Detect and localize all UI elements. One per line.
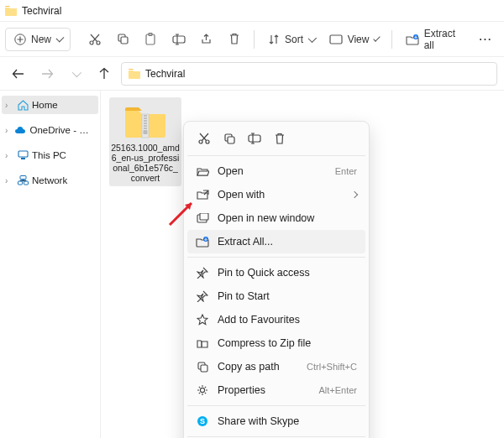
trash-icon[interactable] bbox=[271, 130, 288, 147]
svg-rect-20 bbox=[228, 137, 234, 143]
chevron-right-icon bbox=[351, 191, 358, 198]
chevron-right-icon: › bbox=[5, 176, 13, 185]
menu-item-label: Add to Favourites bbox=[218, 314, 357, 326]
pin-icon bbox=[196, 266, 209, 279]
svg-rect-8 bbox=[330, 35, 342, 44]
share-button[interactable] bbox=[193, 28, 219, 51]
window-title: Techviral bbox=[22, 5, 61, 17]
address-field[interactable]: Techviral bbox=[121, 62, 497, 86]
svg-rect-7 bbox=[173, 36, 185, 43]
menu-item-compress-zip[interactable]: Compress to Zip file bbox=[187, 331, 365, 355]
menu-item-share-skype[interactable]: S Share with Skype bbox=[187, 409, 365, 433]
address-bar: Techviral bbox=[0, 57, 504, 91]
sort-icon bbox=[268, 33, 280, 46]
copy-button[interactable] bbox=[110, 28, 136, 51]
trash-icon bbox=[228, 33, 240, 46]
view-button-label: View bbox=[348, 34, 370, 45]
menu-item-pin-start[interactable]: Pin to Start bbox=[187, 284, 365, 308]
new-button-label: New bbox=[31, 34, 51, 45]
properties-icon bbox=[196, 383, 209, 397]
svg-rect-14 bbox=[24, 181, 28, 185]
menu-item-pin-quick-access[interactable]: Pin to Quick access bbox=[187, 261, 365, 284]
pc-icon bbox=[17, 149, 29, 161]
menu-item-shortcut: Enter bbox=[335, 166, 357, 176]
paste-icon bbox=[144, 33, 157, 46]
svg-rect-21 bbox=[249, 135, 260, 142]
extract-icon bbox=[196, 235, 209, 248]
file-item-zip[interactable]: 25163.1000_amd6_en-us_professional_6b1e5… bbox=[109, 97, 181, 186]
nav-item-label: Network bbox=[32, 175, 67, 185]
folder-icon bbox=[129, 69, 140, 79]
open-icon bbox=[196, 164, 209, 178]
new-button[interactable]: New bbox=[5, 28, 71, 51]
toolbar-separator bbox=[391, 30, 392, 49]
extract-all-button[interactable]: Extract all bbox=[399, 24, 471, 55]
scissors-icon[interactable] bbox=[196, 130, 213, 147]
svg-rect-16 bbox=[144, 130, 148, 134]
svg-rect-12 bbox=[20, 176, 26, 180]
svg-point-1 bbox=[90, 41, 93, 44]
network-icon bbox=[17, 175, 29, 186]
menu-item-add-favourites[interactable]: Add to Favourites bbox=[187, 308, 365, 331]
cloud-icon bbox=[14, 124, 26, 136]
more-options-button[interactable]: ··· bbox=[473, 28, 499, 51]
nav-item-this-pc[interactable]: › This PC bbox=[2, 146, 98, 164]
menu-item-properties[interactable]: Properties Alt+Enter bbox=[187, 378, 365, 402]
svg-point-2 bbox=[97, 41, 100, 44]
menu-separator bbox=[187, 257, 365, 258]
pin-icon bbox=[196, 289, 209, 303]
cut-button[interactable] bbox=[82, 28, 108, 51]
back-button[interactable] bbox=[7, 62, 30, 86]
chevron-down-icon bbox=[374, 34, 381, 42]
window-titlebar: Techviral bbox=[0, 0, 504, 22]
menu-item-copy-path[interactable]: Copy as path Ctrl+Shift+C bbox=[187, 355, 365, 378]
svg-rect-13 bbox=[18, 181, 22, 185]
toolbar: New Sort View Extract all ··· bbox=[0, 22, 504, 57]
star-icon bbox=[196, 313, 209, 326]
ellipsis-icon: ··· bbox=[479, 34, 492, 45]
address-path-segment[interactable]: Techviral bbox=[145, 68, 185, 80]
view-button[interactable]: View bbox=[323, 28, 385, 51]
svg-text:S: S bbox=[200, 417, 205, 425]
nav-item-label: OneDrive - Personal bbox=[29, 125, 95, 135]
paste-button[interactable] bbox=[138, 28, 164, 51]
svg-rect-11 bbox=[21, 158, 25, 159]
svg-point-27 bbox=[200, 388, 204, 392]
svg-point-17 bbox=[199, 140, 202, 143]
menu-item-extract-all[interactable]: Extract All... bbox=[187, 230, 365, 253]
copy-icon[interactable] bbox=[221, 130, 238, 147]
chevron-down-icon bbox=[56, 34, 65, 42]
new-window-icon bbox=[196, 211, 209, 225]
file-name: 25163.1000_amd6_en-us_professional_6b1e5… bbox=[111, 143, 180, 183]
rename-button[interactable] bbox=[165, 28, 192, 51]
menu-item-open[interactable]: Open Enter bbox=[187, 159, 365, 183]
menu-item-open-new-window[interactable]: Open in new window bbox=[187, 206, 365, 230]
folder-icon bbox=[5, 6, 17, 16]
chevron-down-icon bbox=[72, 67, 81, 76]
nav-item-home[interactable]: › Home bbox=[2, 96, 98, 114]
scissors-icon bbox=[88, 33, 102, 46]
zip-folder-icon bbox=[123, 102, 167, 139]
view-icon bbox=[329, 33, 343, 46]
sort-button-label: Sort bbox=[285, 34, 303, 45]
rename-icon[interactable] bbox=[246, 130, 263, 147]
chevron-right-icon: › bbox=[5, 126, 11, 135]
rename-icon bbox=[172, 33, 186, 46]
menu-item-label: Open with bbox=[218, 189, 344, 201]
nav-item-label: Home bbox=[32, 100, 58, 110]
menu-item-open-with[interactable]: Open with bbox=[187, 183, 365, 206]
recent-locations-button[interactable] bbox=[64, 62, 87, 86]
nav-item-onedrive[interactable]: › OneDrive - Personal bbox=[2, 121, 98, 139]
menu-separator bbox=[187, 436, 365, 437]
forward-button[interactable] bbox=[35, 62, 59, 86]
extract-icon bbox=[406, 33, 419, 46]
delete-button[interactable] bbox=[221, 28, 247, 51]
nav-item-network[interactable]: › Network bbox=[2, 171, 98, 190]
extract-all-button-label: Extract all bbox=[424, 28, 465, 51]
sort-button[interactable]: Sort bbox=[261, 28, 321, 51]
menu-item-label: Extract All... bbox=[218, 236, 357, 248]
menu-item-label: Open in new window bbox=[218, 212, 357, 224]
menu-item-label: Open bbox=[218, 165, 327, 177]
up-button[interactable] bbox=[92, 62, 116, 86]
chevron-right-icon: › bbox=[5, 151, 13, 160]
